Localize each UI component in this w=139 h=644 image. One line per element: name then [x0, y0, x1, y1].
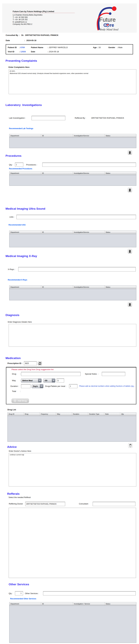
patient-name-sep: : — [48, 46, 48, 48]
uss-col-investigation: Investigation/Service — [73, 231, 104, 234]
consult-date-sep: : — [24, 39, 25, 42]
uss-table-body[interactable] — [10, 234, 136, 248]
uss-col-id: ID — [41, 231, 73, 234]
lab-referred-by-value: ORITSETSETOS RAPHAEL PINNICK — [91, 117, 124, 119]
drug-label: Drug — [12, 373, 16, 375]
referring-doctor-input[interactable] — [25, 502, 65, 506]
recommended-procedures-link[interactable]: Recommended Procedures — [9, 168, 32, 170]
duration-input[interactable] — [21, 384, 30, 388]
other-services-qty-input[interactable] — [15, 591, 23, 596]
recommended-uss-link[interactable]: Recommended USS — [8, 224, 26, 226]
drug-list-delete-button[interactable] — [128, 443, 132, 448]
special-notes-input[interactable] — [102, 372, 125, 376]
lab-delete-button[interactable] — [128, 150, 132, 155]
trash-icon — [129, 151, 131, 154]
drug-list-table-body[interactable] — [8, 416, 136, 442]
procedures-table: Department ID Investigation/Service Stat… — [9, 172, 136, 186]
recommended-other-services-link[interactable]: Recommended Other Services — [10, 598, 36, 600]
refresh-prescription-id-button[interactable] — [38, 361, 42, 365]
uss-input[interactable] — [16, 215, 136, 219]
logo-word-future: Future — [99, 16, 116, 23]
procedures-qty-label: Qty : — [9, 164, 13, 166]
per-meal-input[interactable] — [69, 384, 78, 388]
company-phone-2: T: +24 84 225 252 — [13, 18, 77, 21]
patient-age-field: Age:33 — [93, 46, 100, 49]
patient-gender-sep: : — [117, 46, 118, 48]
patient-age-label: Age — [93, 46, 97, 48]
lab-col-department: Department — [10, 134, 41, 138]
logo-tagline: Body Mind Soul — [100, 28, 118, 31]
trash-icon — [129, 250, 131, 253]
prescription-id-input[interactable] — [24, 361, 37, 365]
lab-investigation-input[interactable] — [32, 116, 65, 120]
visit-id-sep: : — [19, 50, 20, 53]
druglist-col-drug-id: Drug ID — [8, 412, 24, 416]
other-services-table-body[interactable] — [10, 606, 136, 643]
patient-gender-field: Gender:Male — [108, 46, 122, 49]
company-phone-1: T: +24 82 593 593 — [13, 16, 77, 19]
company-info-block: Future Care by Future Holdings (Pty) Lim… — [13, 10, 77, 26]
uss-delete-button[interactable] — [128, 249, 132, 254]
consultant-input[interactable] — [93, 502, 136, 506]
drug-input[interactable] — [21, 372, 80, 376]
duration-label: Duration : — [10, 385, 19, 387]
diagnosis-textarea[interactable] — [9, 324, 136, 347]
diagnosis-title: Diagnosis — [6, 314, 20, 317]
patient-info-box: Patient ID:6769 Patient Name:JEFFREY MAR… — [6, 44, 133, 54]
procedures-input[interactable] — [42, 162, 136, 167]
xray-delete-button[interactable] — [128, 302, 132, 307]
xray-input[interactable] — [18, 267, 136, 272]
company-logo: Future C re Body Mind Soul — [90, 4, 125, 32]
advice-textarea[interactable]: continue current mgt — [9, 453, 136, 486]
recommended-xrays-link[interactable]: Recommended X-Rays — [8, 279, 27, 281]
frequency-select[interactable]: OD — [43, 378, 55, 382]
laboratory-title: Laboratory Investigations — [6, 104, 42, 107]
frequency-qty-input[interactable] — [57, 378, 64, 382]
visit-date-field: Date:2024-05-18 — [31, 50, 59, 53]
diagnosis-label: Enter Diagnosis Details Here — [8, 321, 32, 323]
xray-table-body[interactable] — [10, 289, 136, 300]
way-label: Way — [12, 380, 16, 382]
visit-id-value: 12926 — [20, 50, 26, 53]
visit-date-sep: : — [48, 50, 48, 53]
lab-table-body[interactable] — [10, 138, 136, 148]
letterhead-panel: Future Care by Future Holdings (Pty) Lim… — [2, 4, 137, 33]
procedures-col-investigation: Investigation/Service — [73, 172, 104, 175]
consult-date-value: 2024-05-18 — [26, 39, 36, 42]
per-meal-label: Drugs/Tablets per meal : — [45, 385, 66, 387]
xray-title: Medical Imaging X-Ray — [6, 254, 37, 258]
procedures-table-body[interactable] — [10, 175, 136, 186]
other-services-field-label: Other Services : — [25, 592, 39, 594]
visit-date-value: 2024-05-18 — [49, 50, 59, 53]
druglist-col-way: Way — [56, 412, 72, 416]
duration-unit-select[interactable]: Day/s — [32, 384, 43, 388]
drug-list-label: Drug List — [8, 408, 16, 411]
recommended-lab-testings-link[interactable]: Recommended Lab Testings — [9, 128, 33, 130]
patient-id-value: 6769 — [20, 46, 25, 48]
xray-label: X-Rays : — [8, 268, 15, 270]
other-col-status: Status — [104, 602, 136, 606]
procedures-qty-input[interactable] — [15, 162, 23, 166]
patient-age-value: 33 — [98, 46, 100, 48]
xray-table: Department ID Investigation/Service Stat… — [9, 286, 136, 300]
referrals-list-box[interactable] — [9, 508, 136, 578]
other-services-table-header: Department ID Investigation / Service St… — [10, 602, 136, 606]
other-col-department: Department — [10, 602, 41, 606]
referrals-subtitle: Select the needed Refferal — [8, 496, 31, 498]
procedures-delete-button[interactable] — [128, 188, 132, 192]
consulted-by-label: Consulted By : — [6, 34, 20, 36]
xray-table-header: Department ID Investigation/Service Stat… — [10, 286, 136, 289]
drug-list-table: Drug ID Drug Fequency Way Duration Durat… — [8, 412, 136, 442]
other-services-input[interactable] — [43, 591, 136, 596]
referring-doctor-label: Reffering Doctor — [9, 503, 23, 505]
complaints-label: Enter Complaints Here — [8, 66, 30, 68]
complaints-textarea[interactable]: pt seen, Abdominal USS showed normal stu… — [9, 69, 136, 94]
add-drug-button[interactable]: Add Drug — [12, 398, 29, 403]
uss-label: USS : — [10, 216, 14, 218]
chevron-down-icon — [40, 384, 43, 388]
way-select[interactable]: Before Meal — [21, 378, 42, 382]
xray-col-investigation: Investigation/Service — [73, 286, 104, 289]
xray-col-department: Department — [10, 286, 41, 289]
procedures-table-header: Department ID Investigation/Service Stat… — [10, 172, 136, 175]
procedures-col-department: Department — [10, 172, 41, 175]
